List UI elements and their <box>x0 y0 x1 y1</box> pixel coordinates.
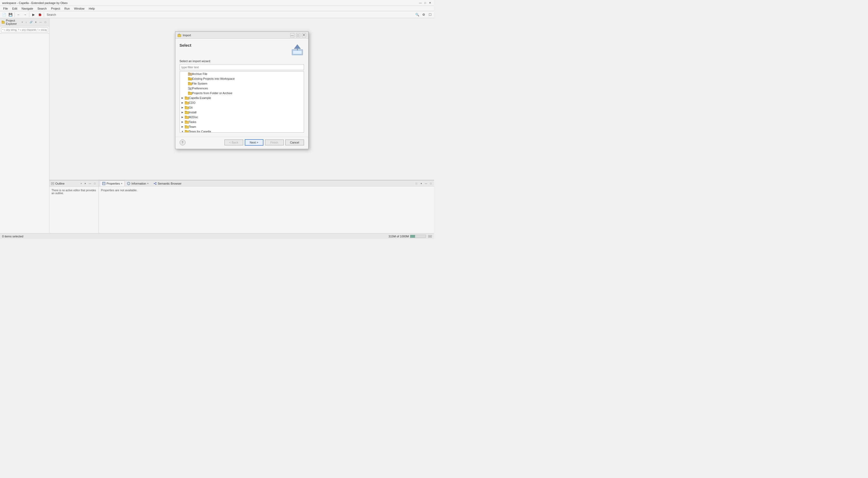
tree-item-m2doc[interactable]: ▶ M2Doc <box>180 115 304 120</box>
menu-edit[interactable]: Edit <box>10 6 20 11</box>
toolbar-sep-3 <box>44 12 44 17</box>
cancel-btn[interactable]: Cancel <box>285 139 304 146</box>
outline-menu-btn[interactable]: ▾ <box>83 181 87 186</box>
run-btn[interactable]: ▶ <box>30 12 36 18</box>
bottom-section: Outline × ▾ — □ There is no active edito… <box>50 180 434 233</box>
new-btn[interactable]: 📄 <box>1 12 7 18</box>
tree-item-archive-file[interactable]: Archive File <box>180 71 304 76</box>
svg-point-12 <box>155 184 156 185</box>
svg-rect-57 <box>429 236 430 237</box>
finish-btn[interactable]: Finish <box>265 139 284 146</box>
dialog-minimize-btn[interactable]: — <box>290 33 294 37</box>
dialog-maximize-btn[interactable]: □ <box>296 33 300 37</box>
tree-item-install[interactable]: ▶ Install <box>180 110 304 115</box>
folder-icon-install <box>185 110 189 114</box>
svg-rect-26 <box>188 77 190 78</box>
wizard-filter-input[interactable] <box>180 64 304 70</box>
tree-item-capella-example[interactable]: ▶ Capella Example <box>180 95 304 100</box>
tab-properties[interactable]: Properties × <box>100 181 125 186</box>
settings-btn[interactable]: ⚙ <box>421 12 427 18</box>
close-btn[interactable]: ✕ <box>428 1 432 5</box>
maximize-btn[interactable]: □ <box>423 1 427 5</box>
tree-item-git[interactable]: ▶ Git <box>180 105 304 110</box>
folder-icon-projects-folder <box>188 91 192 95</box>
svg-rect-29 <box>188 82 190 83</box>
toolbar-sep-2 <box>29 12 29 17</box>
tree-label-team-for-capella: Team for Capella <box>189 130 211 133</box>
bottom-tabs-max-btn[interactable]: □ <box>414 181 418 186</box>
tab-information[interactable]: i Information × <box>125 181 151 186</box>
outline-min-btn[interactable]: — <box>88 181 92 186</box>
bottom-tabs-menu-btn[interactable]: ▾ <box>419 181 423 186</box>
project-tree <box>0 34 49 233</box>
search-label: Search <box>45 13 58 16</box>
link-btn[interactable]: 🔗 <box>29 20 33 24</box>
tree-item-tasks[interactable]: ▶ Tasks <box>180 120 304 124</box>
debug-btn[interactable]: 🐞 <box>37 12 43 18</box>
tree-label-filesystem: File System <box>192 82 207 85</box>
outline-max-btn[interactable]: □ <box>93 181 97 186</box>
collapse-all-btn[interactable]: ↓ <box>24 20 28 24</box>
panel-menu-btn[interactable]: ▾ <box>34 20 38 24</box>
search-icon-btn[interactable]: 🔍 <box>414 12 420 18</box>
right-area: Outline × ▾ — □ There is no active edito… <box>50 18 434 233</box>
tree-arrow-cdo: ▶ <box>181 101 184 104</box>
menu-project[interactable]: Project <box>49 6 62 11</box>
help-btn[interactable]: ? <box>180 139 186 146</box>
tree-item-team[interactable]: ▶ Team <box>180 124 304 129</box>
memory-text: 315M of 1000M <box>389 235 409 238</box>
svg-rect-42 <box>185 111 187 112</box>
tree-arrow-m2doc: ▶ <box>181 116 184 119</box>
forward-btn[interactable]: → <box>22 12 28 18</box>
perspective-btn[interactable]: ☐ <box>427 12 433 18</box>
svg-line-14 <box>155 184 155 184</box>
tree-item-existing-projects[interactable]: Existing Projects into Workspace <box>180 76 304 81</box>
menu-navigate[interactable]: Navigate <box>20 6 35 11</box>
import-dialog: Import — □ ✕ Select <box>175 31 309 149</box>
tree-item-projects-folder[interactable]: Projects from Folder or Archive <box>180 91 304 95</box>
tab-semantic-browser[interactable]: Semantic Browser <box>151 181 184 186</box>
tree-item-team-for-capella[interactable]: ▼ Team for Capella <box>180 129 304 133</box>
bottom-tabs-min-btn[interactable]: — <box>424 181 428 186</box>
import-title-icon <box>178 33 181 37</box>
tree-item-preferences[interactable]: Preferences <box>180 86 304 91</box>
svg-rect-48 <box>185 125 187 126</box>
save-btn[interactable]: 💾 <box>7 12 13 18</box>
dialog-close-btn[interactable]: ✕ <box>302 33 306 37</box>
tree-arrow-team: ▶ <box>181 125 184 128</box>
svg-point-10 <box>154 183 155 184</box>
svg-rect-50 <box>185 130 187 131</box>
memory-icon[interactable] <box>428 234 432 238</box>
filter-input[interactable] <box>1 28 48 32</box>
svg-rect-44 <box>185 116 187 117</box>
outline-title: Outline <box>55 182 80 185</box>
outline-icon <box>51 182 54 185</box>
folder-icon-team-capella <box>185 130 189 133</box>
menu-help[interactable]: Help <box>87 6 97 11</box>
folder-icon-prefs <box>188 87 192 90</box>
menu-run[interactable]: Run <box>62 6 72 11</box>
tree-item-cdo[interactable]: ▶ CDO <box>180 100 304 105</box>
back-btn[interactable]: < Back <box>224 139 243 146</box>
back-btn[interactable]: ← <box>16 12 22 18</box>
minimize-btn[interactable]: — <box>418 1 422 5</box>
outline-panel: Outline × ▾ — □ There is no active edito… <box>50 181 99 233</box>
outline-header: Outline × ▾ — □ <box>50 181 98 187</box>
tab-information-label: Information <box>131 182 146 185</box>
tree-item-file-system[interactable]: File System <box>180 81 304 86</box>
folder-icon-capella-example <box>185 96 189 100</box>
close-information-tab[interactable]: × <box>147 182 148 185</box>
menu-window[interactable]: Window <box>72 6 87 11</box>
menu-search[interactable]: Search <box>35 6 49 11</box>
close-properties-tab[interactable]: × <box>121 182 122 185</box>
panel-min-btn[interactable]: — <box>38 20 43 24</box>
menu-file[interactable]: File <box>1 6 10 11</box>
title-bar: workspace - Capella - Extended package b… <box>0 0 434 6</box>
dialog-header-left: Select <box>180 43 191 51</box>
svg-rect-38 <box>185 101 187 102</box>
bottom-tabs-close-btn[interactable]: □ <box>429 181 433 186</box>
next-btn[interactable]: Next > <box>245 139 264 146</box>
semantic-icon <box>153 182 157 185</box>
panel-max-btn[interactable]: □ <box>43 20 48 24</box>
menu-bar: File Edit Navigate Search Project Run Wi… <box>0 6 434 11</box>
